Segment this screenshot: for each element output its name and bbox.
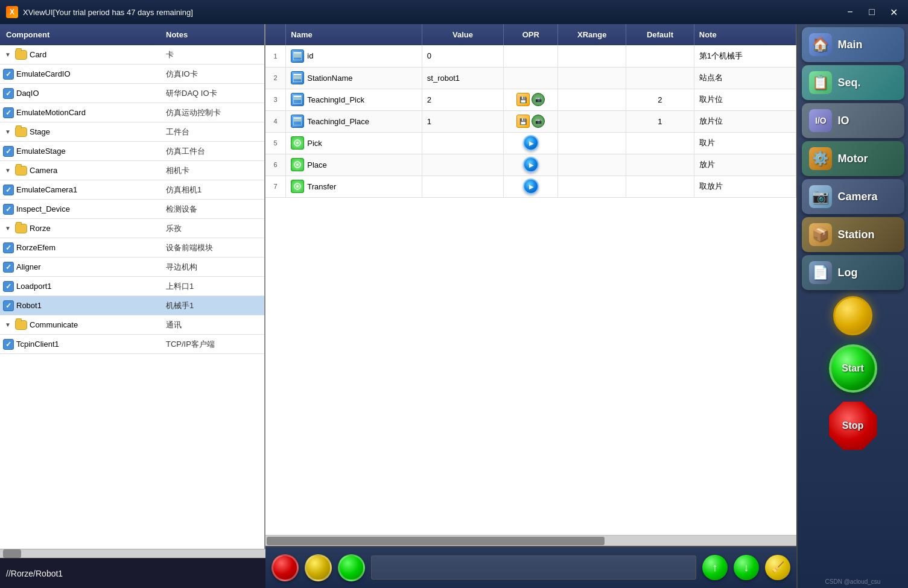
tree-notes-tcpinclient1: TCP/IP客户端 [163, 339, 264, 350]
folder-icon-stage [15, 127, 27, 137]
nav-log-button[interactable]: 📄 Log [802, 255, 904, 290]
expand-arrow-rorze[interactable]: ▼ [3, 224, 13, 233]
horizontal-scrollbar[interactable] [265, 535, 796, 546]
checkbox-aligner[interactable]: ✓ [3, 262, 14, 273]
nav-seq-button[interactable]: 📋 Seq. [802, 65, 904, 100]
row-opr-3[interactable]: 💾 📷 [504, 89, 558, 110]
tree-row-rorze[interactable]: ▼ Rorze 乐孜 [0, 219, 264, 238]
row-opr-4[interactable]: 💾 📷 [504, 110, 558, 132]
nav-camera-button[interactable]: 📷 Camera [802, 179, 904, 214]
app-icon: X [6, 6, 18, 18]
checkbox-emulatecamera1[interactable]: ✓ [3, 185, 14, 195]
minimize-button[interactable]: − [842, 4, 859, 21]
tree-row-emulatecamera1[interactable]: ✓ EmulateCamera1 仿真相机1 [0, 180, 264, 200]
nav-motor-button[interactable]: ⚙️ Motor [802, 141, 904, 176]
table-row: 7 Transfer [265, 175, 796, 197]
circle-green-button[interactable] [338, 554, 365, 581]
tree-notes-camera: 相机卡 [163, 165, 264, 176]
tree-label-camera: Camera [30, 166, 57, 175]
current-path: //Rorze/Robot1 [6, 569, 63, 578]
maximize-button[interactable]: □ [863, 4, 880, 21]
expand-arrow-card[interactable]: ▼ [3, 50, 13, 60]
tree-row-stage[interactable]: ▼ Stage 工件台 [0, 122, 264, 142]
svg-point-23 [296, 185, 299, 188]
tree-header: Component Notes [0, 24, 264, 45]
tree-row-communicate[interactable]: ▼ Communicate 通讯 [0, 315, 264, 335]
tree-row-aligner[interactable]: ✓ Aligner 寻边机构 [0, 258, 264, 277]
nav-station-button[interactable]: 📦 Station [802, 217, 904, 252]
tree-row-emulatecardio[interactable]: ✓ EmulateCardIO 仿真IO卡 [0, 65, 264, 84]
row-num-6: 6 [265, 154, 286, 175]
row-opr-6[interactable] [504, 154, 558, 175]
row-name-5: Pick [286, 132, 422, 154]
camera-button-3[interactable]: 📷 [532, 93, 545, 106]
expand-arrow-camera[interactable]: ▼ [3, 166, 13, 175]
arrow-up-button[interactable]: ↑ [702, 555, 728, 580]
play-button-6[interactable] [523, 157, 539, 172]
nav-io-button[interactable]: I/O IO [802, 103, 904, 138]
save-button-3[interactable]: 💾 [516, 93, 530, 106]
expand-arrow-stage[interactable]: ▼ [3, 127, 13, 137]
checkbox-inspect-device[interactable]: ✓ [3, 204, 14, 215]
checkbox-emotioncard[interactable]: ✓ [3, 107, 14, 118]
tree-row-card[interactable]: ▼ Card 卡 [0, 45, 264, 65]
io-icon: I/O [809, 109, 832, 132]
camera-button-4[interactable]: 📷 [532, 115, 545, 128]
row-xrange-2 [558, 67, 626, 89]
close-button[interactable]: ✕ [885, 4, 902, 21]
circle-yellow-button[interactable] [305, 554, 332, 581]
vertical-scrollbar[interactable] [0, 549, 265, 558]
row-opr-1 [504, 45, 558, 67]
row-icon-2 [291, 71, 304, 84]
row-value-7 [422, 175, 503, 197]
row-note-4: 放片位 [694, 110, 796, 132]
checkbox-daqio[interactable]: ✓ [3, 88, 14, 99]
row-opr-5[interactable] [504, 132, 558, 154]
checkbox-emulatestage[interactable]: ✓ [3, 146, 14, 157]
tree-row-emulatestage[interactable]: ✓ EmulateStage 仿真工件台 [0, 142, 264, 161]
start-button[interactable]: Start [829, 344, 877, 393]
row-xrange-7 [558, 175, 626, 197]
play-button-7[interactable] [523, 179, 539, 194]
motor-icon: ⚙️ [809, 147, 832, 170]
checkbox-rorzeefem[interactable]: ✓ [3, 242, 14, 253]
checkbox-emulatecardio[interactable]: ✓ [3, 69, 14, 80]
checkbox-robot1[interactable]: ✓ [3, 300, 14, 311]
arrow-down-button[interactable]: ↓ [734, 555, 759, 580]
play-button-5[interactable] [523, 135, 539, 151]
clear-button[interactable]: 🧹 [765, 555, 790, 580]
tree-body[interactable]: ▼ Card 卡 ✓ EmulateCardIO 仿真IO卡 [0, 45, 264, 549]
data-table-container: Name Value OPR XRange Default Note 1 [265, 24, 796, 535]
row-value-4: 1 [422, 110, 503, 132]
nav-io-label: IO [838, 115, 849, 127]
expand-arrow-communicate[interactable]: ▼ [3, 320, 13, 330]
tree-row-robot1[interactable]: ✓ Robot1 机械手1 [0, 296, 264, 315]
tree-row-inspect-device[interactable]: ✓ Inspect_Device 检测设备 [0, 200, 264, 219]
nav-station-label: Station [838, 229, 875, 241]
table-row: 1 id 0 第1个机械 [265, 45, 796, 67]
tree-row-emotioncard[interactable]: ✓ EmulateMotionCard 仿真运动控制卡 [0, 103, 264, 122]
svg-rect-5 [294, 74, 301, 75]
nav-main-button[interactable]: 🏠 Main [802, 27, 904, 62]
row-xrange-3 [558, 89, 626, 110]
tree-label-card: Card [30, 50, 46, 59]
tree-row-camera[interactable]: ▼ Camera 相机卡 [0, 161, 264, 180]
tree-row-loadport1[interactable]: ✓ Loadport1 上料口1 [0, 277, 264, 296]
tree-row-tcpinclient1[interactable]: ✓ TcpinClient1 TCP/IP客户端 [0, 335, 264, 354]
stop-button[interactable]: Stop [829, 402, 877, 450]
tree-row-rorzeefem[interactable]: ✓ RorzeEfem 设备前端模块 [0, 238, 264, 258]
tree-label-emulatecamera1: EmulateCamera1 [16, 185, 77, 194]
col-header-xrange: XRange [558, 24, 626, 45]
table-row: 5 Pick [265, 132, 796, 154]
circle-red-button[interactable] [271, 554, 299, 581]
console-input[interactable] [371, 555, 696, 580]
hscroll-thumb[interactable] [267, 537, 605, 545]
table-row: 6 Place [265, 154, 796, 175]
tree-row-daqio[interactable]: ✓ DaqIO 研华DAQ IO卡 [0, 84, 264, 103]
center-panel: Name Value OPR XRange Default Note 1 [265, 24, 796, 588]
checkbox-loadport1[interactable]: ✓ [3, 281, 14, 292]
save-button-4[interactable]: 💾 [516, 115, 530, 128]
checkbox-tcpinclient1[interactable]: ✓ [3, 339, 14, 350]
tree-notes-card: 卡 [163, 49, 264, 60]
row-opr-7[interactable] [504, 175, 558, 197]
